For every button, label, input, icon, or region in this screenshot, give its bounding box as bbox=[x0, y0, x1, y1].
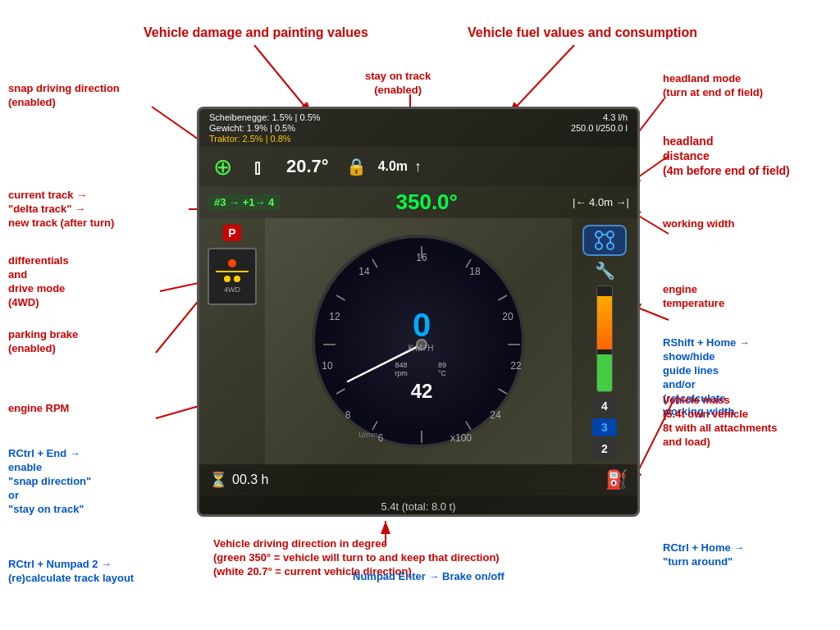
traktor-text: Traktor: 2.5% | 0.8% bbox=[209, 134, 291, 144]
headland-mode-label: headland mode (turn at end of field) bbox=[663, 72, 763, 100]
working-width-label: working width bbox=[663, 217, 734, 231]
svg-point-48 bbox=[596, 231, 602, 238]
hud-row: ⊕ ⫾ 20.7° 🔒 4.0m ↑ bbox=[199, 147, 637, 186]
svg-text:10: 10 bbox=[322, 360, 333, 372]
svg-point-49 bbox=[607, 231, 614, 238]
stay-on-track-label: stay on track (enabled) bbox=[365, 70, 431, 98]
headland-distance-label: headland distance (4m before end of fiel… bbox=[663, 134, 790, 179]
time-display: ⏳ 00.3 h bbox=[209, 471, 268, 489]
green-direction-display: 350.0° bbox=[396, 189, 458, 215]
rctrl-numpad2-label: RCtrl + Numpad 2 → (re)calculate track l… bbox=[8, 558, 134, 586]
dashboard: Scheibenegge: 1.5% | 0.5% 4.3 l/h Gewich… bbox=[197, 107, 640, 517]
svg-line-36 bbox=[336, 295, 345, 300]
arrow-up-icon: ↑ bbox=[414, 158, 422, 176]
svg-text:6: 6 bbox=[378, 432, 384, 444]
mass-value: 5.4t (total: 8.0 t) bbox=[381, 500, 455, 513]
svg-text:14: 14 bbox=[358, 266, 370, 277]
svg-text:22: 22 bbox=[510, 360, 522, 372]
svg-text:42: 42 bbox=[411, 380, 433, 402]
speedo-ticks-svg: 16 18 20 22 24 14 12 10 8 6 x100 bbox=[315, 238, 528, 451]
gear-3: 3 bbox=[592, 418, 617, 436]
lines-icon: ⫾ bbox=[244, 152, 273, 181]
svg-text:20: 20 bbox=[502, 311, 514, 322]
parking-indicator: P bbox=[223, 225, 240, 241]
svg-line-1 bbox=[254, 45, 312, 115]
fuel-icon: ⛽ bbox=[605, 469, 628, 491]
vehicle-damage-label: Vehicle damage and painting values bbox=[144, 25, 368, 42]
scheibenenge-text: Scheibenegge: 1.5% | 0.5% bbox=[209, 112, 321, 122]
fuel-rate-text: 4.3 l/h bbox=[603, 112, 628, 122]
svg-line-33 bbox=[372, 422, 377, 430]
svg-text:°C: °C bbox=[438, 369, 447, 377]
wrench-icon: 🔧 bbox=[595, 261, 615, 281]
top-info-bar: Scheibenegge: 1.5% | 0.5% 4.3 l/h Gewich… bbox=[199, 109, 637, 147]
diff-dot-top bbox=[228, 259, 236, 267]
svg-text:rpm: rpm bbox=[395, 369, 408, 377]
snap-driving-label: snap driving direction (enabled) bbox=[8, 82, 120, 110]
temp-bar bbox=[596, 285, 613, 392]
svg-text:U/min: U/min bbox=[358, 431, 378, 439]
svg-text:0: 0 bbox=[413, 307, 431, 343]
vehicle-mass-label: Vehicle mass (5.4t own vehicle 8t with a… bbox=[663, 394, 777, 450]
gear-icon-btn[interactable] bbox=[582, 225, 627, 256]
gauge-area: P 4WD 16 18 20 22 bbox=[199, 218, 637, 464]
fuel-level-text: 250.0 l/250.0 l bbox=[571, 123, 628, 133]
svg-text:KM/H: KM/H bbox=[409, 344, 436, 353]
speedometer: 16 18 20 22 24 14 12 10 8 6 x100 bbox=[265, 218, 572, 464]
track-row: #3 → +1→ 4 350.0° |← 4.0m →| bbox=[199, 186, 637, 218]
gear-4: 4 bbox=[592, 397, 617, 415]
rctrl-end-label: RCtrl + End → enable "snap direction" or… bbox=[8, 447, 91, 516]
svg-text:18: 18 bbox=[469, 266, 481, 277]
rctrl-home-label: RCtrl + Home → "turn around" bbox=[663, 541, 744, 569]
svg-line-2 bbox=[509, 45, 574, 115]
svg-text:24: 24 bbox=[490, 409, 501, 421]
speedo-circle: 16 18 20 22 24 14 12 10 8 6 x100 bbox=[312, 235, 525, 448]
time-value: 00.3 h bbox=[232, 472, 268, 487]
gear-2: 2 bbox=[592, 440, 617, 458]
diff-dot-right bbox=[234, 276, 240, 282]
drive-mode-text: 4WD bbox=[224, 285, 240, 294]
current-track-label: current track → "delta track" → new trac… bbox=[8, 189, 114, 231]
current-direction-display: 20.7° bbox=[286, 156, 329, 177]
svg-line-34 bbox=[336, 389, 345, 394]
mass-bar: 5.4t (total: 8.0 t) bbox=[199, 495, 637, 517]
hourglass-icon: ⏳ bbox=[209, 471, 227, 489]
svg-line-37 bbox=[372, 259, 377, 267]
bottom-row: ⏳ 00.3 h ⛽ bbox=[199, 464, 637, 495]
right-panel: 🔧 4 3 2 bbox=[572, 218, 637, 464]
svg-text:89: 89 bbox=[438, 361, 446, 369]
svg-point-50 bbox=[596, 243, 602, 249]
left-panel: P 4WD bbox=[199, 218, 265, 464]
temp-bar-green bbox=[597, 354, 612, 391]
gear-numbers: 4 3 2 bbox=[592, 397, 617, 458]
temp-bar-orange bbox=[597, 296, 612, 349]
engine-temp-label: engine temperature bbox=[663, 283, 724, 311]
svg-line-31 bbox=[466, 422, 471, 430]
differentials-label: differentials and drive mode (4WD) bbox=[8, 254, 69, 310]
parking-brake-label: parking brake (enabled) bbox=[8, 328, 78, 356]
engine-rpm-label: engine RPM bbox=[8, 402, 69, 416]
track-width-display: |← 4.0m →| bbox=[573, 196, 629, 208]
differential-indicator: 4WD bbox=[208, 248, 257, 305]
lock-icon: 🔒 bbox=[342, 152, 372, 181]
vehicle-fuel-label: Vehicle fuel values and consumption bbox=[468, 25, 697, 42]
diff-dot-left bbox=[224, 276, 231, 282]
svg-point-51 bbox=[607, 243, 614, 249]
track-info-display: #3 → +1→ 4 bbox=[208, 194, 281, 210]
svg-text:848: 848 bbox=[395, 361, 407, 369]
svg-line-30 bbox=[499, 389, 507, 394]
steering-icon: ⊕ bbox=[208, 152, 237, 181]
svg-text:8: 8 bbox=[345, 409, 351, 421]
numpad-enter-label: Numpad Enter → Brake on/off bbox=[353, 570, 504, 584]
headland-dist-display: 4.0m bbox=[378, 159, 408, 174]
diff-line bbox=[216, 271, 249, 272]
gewicht-text: Gewicht: 1.9% | 0.5% bbox=[209, 123, 295, 133]
svg-text:x100: x100 bbox=[450, 432, 472, 444]
svg-text:12: 12 bbox=[329, 311, 340, 322]
svg-line-28 bbox=[499, 295, 507, 300]
